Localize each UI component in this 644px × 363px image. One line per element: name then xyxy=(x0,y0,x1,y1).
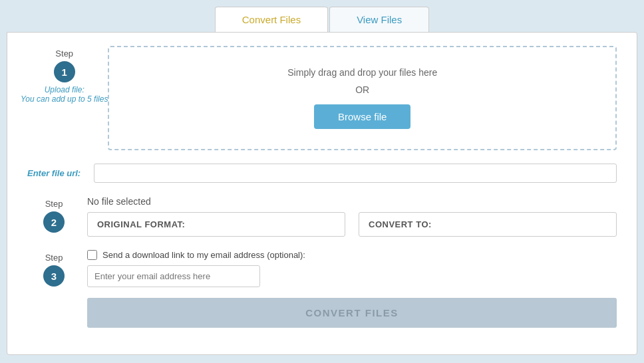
file-url-label: Enter file url: xyxy=(27,168,94,178)
email-section: Send a download link to my email address… xyxy=(87,250,617,287)
step1-row: Step 1 Upload file: You can add up to 5 … xyxy=(21,46,617,150)
step1-circle: 1 xyxy=(54,61,75,82)
original-format-box: ORIGINAL FORMAT: xyxy=(87,212,345,237)
tab-view-files[interactable]: View Files xyxy=(329,7,429,32)
step2-label-col: Step 2 xyxy=(21,196,87,235)
step1-text: Step xyxy=(55,49,73,59)
email-checkbox-row: Send a download link to my email address… xyxy=(87,250,617,260)
step3-text: Step xyxy=(45,253,63,263)
step1-content: Simply drag and drop your files here OR … xyxy=(108,46,617,150)
email-checkbox[interactable] xyxy=(87,250,97,260)
file-url-row: Enter file url: xyxy=(21,164,617,183)
file-url-input[interactable] xyxy=(94,164,617,183)
step3-content: Send a download link to my email address… xyxy=(87,250,617,328)
tab-view-label: View Files xyxy=(357,14,402,25)
email-checkbox-label: Send a download link to my email address… xyxy=(102,250,305,260)
step2-content: No file selected ORIGINAL FORMAT: CONVER… xyxy=(87,196,617,237)
tab-convert-files[interactable]: Convert Files xyxy=(215,7,328,32)
step1-subtitle-files: You can add up to 5 files xyxy=(21,94,108,104)
step2-number: 2 xyxy=(51,217,57,228)
step3-circle: 3 xyxy=(43,265,65,287)
browse-file-button[interactable]: Browse file xyxy=(314,104,410,129)
step2-circle: 2 xyxy=(43,211,65,233)
app-container: Convert Files View Files Step 1 Upload f… xyxy=(7,7,637,355)
content-panel: Step 1 Upload file: You can add up to 5 … xyxy=(7,32,637,355)
convert-btn-row: CONVERT FILES xyxy=(87,298,617,328)
step1-label-col: Step 1 Upload file: You can add up to 5 … xyxy=(21,46,108,104)
drop-zone-text: Simply drag and drop your files here xyxy=(122,67,602,78)
step2-text: Step xyxy=(45,199,63,209)
step3-label-col: Step 3 xyxy=(21,250,87,289)
step3-row: Step 3 Send a download link to my email … xyxy=(21,250,617,328)
drop-zone-or: OR xyxy=(122,84,602,95)
convert-files-button[interactable]: CONVERT FILES xyxy=(87,298,617,328)
drop-zone[interactable]: Simply drag and drop your files here OR … xyxy=(108,46,617,150)
tabs-bar: Convert Files View Files xyxy=(215,7,429,32)
step1-subtitle-upload: Upload file: xyxy=(45,85,84,94)
file-url-label-col: Enter file url: xyxy=(21,168,94,178)
step3-number: 3 xyxy=(51,271,57,282)
no-file-selected-text: No file selected xyxy=(87,196,617,207)
step2-row: Step 2 No file selected ORIGINAL FORMAT:… xyxy=(21,196,617,237)
format-row: ORIGINAL FORMAT: CONVERT TO: xyxy=(87,212,617,237)
tab-convert-label: Convert Files xyxy=(242,14,301,25)
email-input[interactable] xyxy=(87,265,260,287)
convert-to-box: CONVERT TO: xyxy=(359,212,617,237)
step1-number: 1 xyxy=(62,66,67,78)
